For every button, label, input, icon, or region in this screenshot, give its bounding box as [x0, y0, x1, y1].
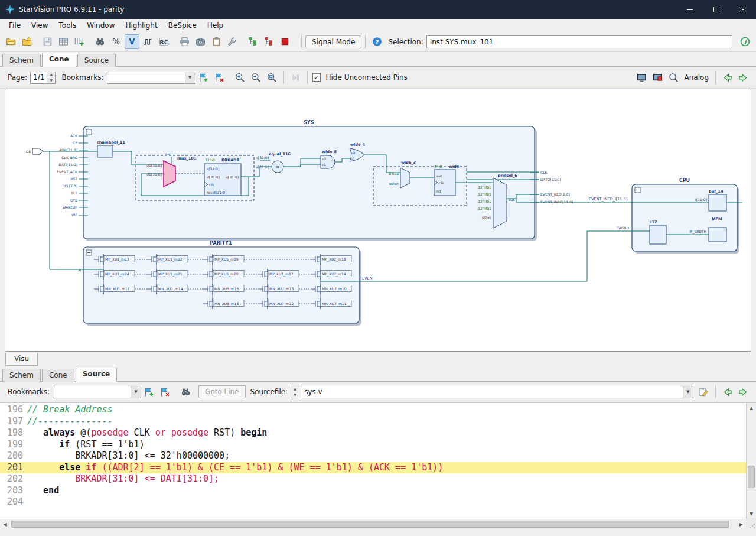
nav-forward-button[interactable]: [736, 70, 751, 85]
scroll-down-icon[interactable]: ▼: [747, 509, 756, 519]
stop-button[interactable]: [278, 34, 292, 49]
chainbool-11[interactable]: [97, 145, 113, 157]
page-spinbox[interactable]: 1/1 ▲▼: [30, 72, 56, 84]
mem-block[interactable]: [709, 228, 726, 242]
collapse-icon[interactable]: [86, 250, 92, 255]
info-button[interactable]: i: [738, 34, 752, 49]
tab-cone[interactable]: Cone: [42, 369, 74, 382]
code-line[interactable]: 203 end: [0, 485, 746, 497]
hide-unconnected-pins-checkbox[interactable]: ✓: [312, 73, 321, 82]
zoom-out-button[interactable]: [249, 70, 263, 85]
code-line[interactable]: 197//--------------: [0, 416, 746, 428]
code-line[interactable]: 204: [0, 496, 746, 508]
nav-back-button[interactable]: [720, 385, 735, 399]
source-code[interactable]: 196// Break Address197//--------------19…: [0, 403, 746, 519]
schem-window-active-button[interactable]: [650, 70, 665, 85]
save-button[interactable]: [40, 34, 55, 49]
find-button[interactable]: [178, 385, 193, 399]
zoom-in-button[interactable]: [233, 70, 247, 85]
probe-tree-add-button[interactable]: [246, 34, 260, 49]
menu-highlight[interactable]: Highlight: [120, 20, 162, 31]
title-bar[interactable]: StarVision PRO 6.9.11 - parity: [0, 0, 756, 19]
bookmark-remove-button[interactable]: [212, 70, 227, 85]
spin-up-icon[interactable]: ▲: [291, 386, 299, 392]
resize-grip[interactable]: [746, 519, 756, 529]
help-button[interactable]: ?: [370, 34, 384, 49]
tab-schem[interactable]: Schem: [2, 369, 41, 382]
open-folder-button[interactable]: [4, 34, 18, 49]
menu-window[interactable]: Window: [82, 20, 120, 31]
bookmark-add-button[interactable]: [142, 385, 157, 399]
schematic-canvas[interactable]: ACKCEADR[31:0]CLK_BRCDATI[31:0]EVENT_ACK…: [5, 89, 751, 352]
maximize-button[interactable]: [703, 0, 729, 19]
combo-arrow-icon[interactable]: ▼: [185, 72, 195, 83]
bookmark-remove-button[interactable]: [158, 385, 172, 399]
close-button[interactable]: [729, 0, 756, 19]
open-design-button[interactable]: [19, 34, 34, 49]
scroll-right-icon[interactable]: ▶: [736, 519, 746, 529]
tab-source[interactable]: Source: [76, 368, 118, 382]
new-table-button[interactable]: [72, 34, 87, 49]
source-view[interactable]: 196// Break Address197//--------------19…: [0, 402, 756, 519]
code-line[interactable]: 199 if (RST == 1'b1): [0, 439, 746, 451]
spin-down-icon[interactable]: ▼: [47, 77, 55, 83]
netlist-table-button[interactable]: [56, 34, 71, 49]
source-bookmarks-combo[interactable]: ▼: [53, 386, 141, 398]
step-forward-button[interactable]: [288, 70, 303, 85]
code-line[interactable]: 198 always @(posedge CLK or posedge RST)…: [0, 427, 746, 439]
combo-arrow-icon[interactable]: ▼: [683, 386, 693, 398]
vertical-scrollbar[interactable]: ▲ ▼: [746, 403, 756, 519]
page-spin-arrows[interactable]: ▲▼: [47, 72, 55, 83]
menu-view[interactable]: View: [26, 20, 53, 31]
scroll-left-icon[interactable]: ◀: [0, 519, 10, 529]
percent-button[interactable]: %: [109, 34, 123, 49]
collapse-icon[interactable]: [635, 187, 640, 193]
menu-file[interactable]: File: [4, 20, 26, 31]
spin-up-icon[interactable]: ▲: [47, 72, 55, 78]
print-button[interactable]: [177, 34, 192, 49]
tab-schem[interactable]: Schem: [2, 54, 41, 67]
ce-port[interactable]: [32, 148, 43, 154]
code-line[interactable]: 200 BRKADR[31:0] <= 32'h00000000;: [0, 450, 746, 462]
code-line[interactable]: 201 else if ((ADR[2] == 1'b1) & (CE == 1…: [0, 462, 746, 474]
spin-down-icon[interactable]: ▼: [291, 392, 299, 398]
menu-bespice[interactable]: BeSpice: [163, 20, 202, 31]
schem-window-button[interactable]: [634, 70, 649, 85]
priosel-6[interactable]: [493, 178, 507, 228]
horizontal-scrollbar[interactable]: ◀ ▶: [0, 519, 756, 529]
selection-input[interactable]: [426, 35, 732, 48]
goto-line-button[interactable]: Goto Line: [198, 385, 246, 398]
nav-back-button[interactable]: [720, 70, 735, 85]
edit-source-button[interactable]: [696, 385, 711, 399]
clipboard-button[interactable]: [209, 34, 224, 49]
menu-tools[interactable]: Tools: [54, 20, 82, 31]
magnifier-button[interactable]: [666, 70, 681, 85]
vertical-scroll-thumb[interactable]: [748, 466, 755, 488]
sourcefile-combo[interactable]: sys.v ▼: [301, 386, 693, 398]
wrench-button[interactable]: [225, 34, 240, 49]
rc-mode-button[interactable]: RC: [157, 34, 171, 49]
i12-block[interactable]: [650, 225, 666, 244]
find-button[interactable]: [93, 34, 107, 49]
combo-arrow-icon[interactable]: ▼: [131, 386, 141, 398]
bookmark-add-button[interactable]: [196, 70, 211, 85]
bookmarks-combo[interactable]: ▼: [107, 72, 195, 84]
menu-help[interactable]: Help: [202, 20, 229, 31]
sourcefile-spin[interactable]: ▲▼: [291, 386, 299, 398]
zoom-fit-button[interactable]: [265, 70, 279, 85]
minimize-button[interactable]: [676, 0, 703, 19]
scroll-up-icon[interactable]: ▲: [747, 403, 756, 413]
voltage-mode-button[interactable]: V: [125, 34, 139, 49]
code-line[interactable]: 202 BRKADR[31:0] <= DATI[31:0];: [0, 473, 746, 485]
tab-source[interactable]: Source: [77, 54, 116, 67]
snapshot-button[interactable]: [193, 34, 208, 49]
tab-cone[interactable]: Cone: [42, 53, 76, 67]
horizontal-scroll-thumb[interactable]: [11, 521, 729, 528]
signal-mode-button[interactable]: Signal Mode: [305, 35, 361, 48]
waveform-button[interactable]: [141, 34, 155, 49]
code-line[interactable]: 196// Break Address: [0, 404, 746, 416]
nav-forward-button[interactable]: [736, 385, 751, 399]
probe-tree-remove-button[interactable]: [262, 34, 276, 49]
collapse-icon[interactable]: [86, 129, 92, 135]
buf-14[interactable]: [709, 194, 726, 211]
